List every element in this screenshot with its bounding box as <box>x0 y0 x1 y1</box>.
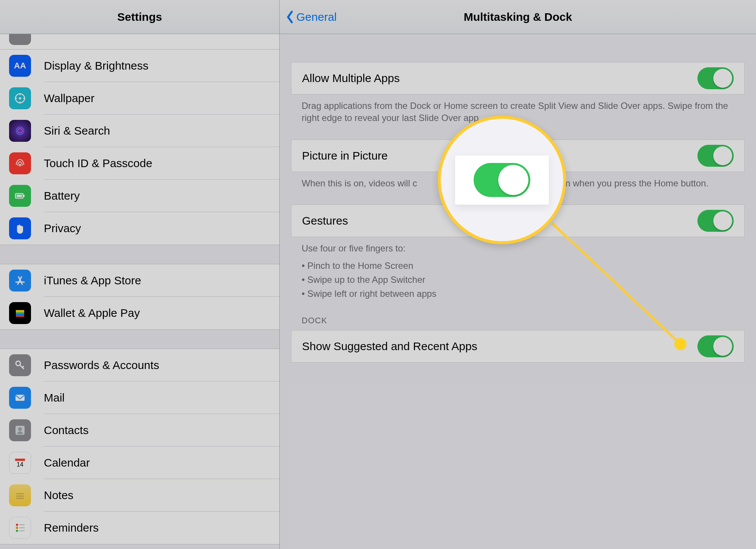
sidebar-header: Settings <box>0 0 279 34</box>
callout-toggle <box>474 163 530 197</box>
sidebar-item-label: Notes <box>44 489 73 502</box>
svg-point-30 <box>16 524 18 526</box>
detail-header: General Multitasking & Dock <box>280 0 756 34</box>
svg-point-32 <box>16 530 18 532</box>
reminders-icon <box>9 517 31 539</box>
sidebar-item-passwords[interactable]: Passwords & Accounts <box>0 349 279 382</box>
gestures-bullets: Pinch to the Home Screen Swipe up to the… <box>291 255 745 301</box>
allow-multiple-title: Allow Multiple Apps <box>302 72 400 85</box>
sidebar-item-battery[interactable]: Battery <box>0 180 279 212</box>
svg-rect-9 <box>23 195 25 197</box>
svg-point-7 <box>18 129 22 133</box>
battery-icon <box>9 185 31 207</box>
key-icon <box>9 354 31 376</box>
svg-line-21 <box>22 366 24 368</box>
sidebar-item-contacts[interactable]: Contacts <box>0 414 279 447</box>
svg-rect-15 <box>16 310 24 312</box>
allow-multiple-toggle[interactable] <box>697 67 734 89</box>
svg-rect-22 <box>15 395 25 401</box>
sidebar-item-siri[interactable]: Siri & Search <box>0 115 279 147</box>
sidebar-item-label: Display & Brightness <box>44 59 149 72</box>
pip-toggle[interactable] <box>697 145 734 167</box>
sidebar-item-label: Calendar <box>44 456 90 469</box>
generic-icon <box>9 34 31 45</box>
callout-magnifier <box>438 116 566 244</box>
sidebar-item-privacy[interactable]: Privacy <box>0 212 279 245</box>
svg-point-24 <box>18 427 22 431</box>
detail-pane: General Multitasking & Dock Allow Multip… <box>280 0 756 549</box>
sidebar-item-touchid[interactable]: Touch ID & Passcode <box>0 147 279 180</box>
fingerprint-icon <box>9 152 31 174</box>
display-icon: AA <box>9 55 31 77</box>
dock-section-label: DOCK <box>291 301 745 330</box>
sidebar-item-wallpaper[interactable]: Wallpaper <box>0 82 279 115</box>
siri-icon <box>9 120 31 142</box>
gestures-bullet: Swipe left or right between apps <box>302 287 734 301</box>
back-button[interactable]: General <box>286 0 337 34</box>
suggested-toggle[interactable] <box>697 335 734 357</box>
sidebar-item-calendar[interactable]: 14 Calendar <box>0 447 279 479</box>
sidebar-item-label: Passwords & Accounts <box>44 359 159 372</box>
svg-rect-17 <box>16 314 24 315</box>
calendar-icon: 14 <box>9 452 31 474</box>
gestures-bullet: Swipe up to the App Switcher <box>302 273 734 287</box>
detail-title: Multitasking & Dock <box>464 11 572 23</box>
sidebar-item-label: iTunes & App Store <box>44 274 141 287</box>
sidebar-item-label: Mail <box>44 391 65 404</box>
sidebar-item-cutoff[interactable] <box>0 34 279 49</box>
notes-icon <box>9 484 31 506</box>
hand-icon <box>9 217 31 239</box>
svg-rect-16 <box>16 312 24 314</box>
wallet-icon <box>9 302 31 324</box>
svg-point-1 <box>19 97 21 99</box>
allow-multiple-group: Allow Multiple Apps <box>291 62 745 95</box>
sidebar-item-label: Siri & Search <box>44 124 110 137</box>
sidebar-item-label: Battery <box>44 189 80 202</box>
suggested-group: Show Suggested and Recent Apps <box>291 330 745 363</box>
sidebar-item-label: Wallpaper <box>44 92 94 105</box>
sidebar-item-appstore[interactable]: iTunes & App Store <box>0 264 279 297</box>
svg-rect-25 <box>15 459 25 461</box>
gestures-title: Gestures <box>302 214 348 227</box>
sidebar-item-reminders[interactable]: Reminders <box>0 512 279 544</box>
sidebar-item-display[interactable]: AA Display & Brightness <box>0 50 279 82</box>
back-label: General <box>296 11 337 23</box>
sidebar-item-label: Wallet & Apple Pay <box>44 307 140 319</box>
gestures-bullet: Pinch to the Home Screen <box>302 259 734 273</box>
appstore-icon <box>9 270 31 292</box>
svg-text:14: 14 <box>17 461 23 468</box>
svg-rect-10 <box>17 195 22 197</box>
sidebar-item-label: Privacy <box>44 222 81 235</box>
svg-point-31 <box>16 527 18 529</box>
suggested-cell: Show Suggested and Recent Apps <box>291 330 744 362</box>
sidebar-item-label: Contacts <box>44 424 88 437</box>
chevron-left-icon <box>286 10 294 24</box>
settings-sidebar: Settings AA Display & Brightness W <box>0 0 280 549</box>
wallpaper-icon <box>9 87 31 109</box>
sidebar-title: Settings <box>117 11 162 23</box>
sidebar-item-label: Touch ID & Passcode <box>44 157 152 170</box>
gestures-toggle[interactable] <box>697 210 734 232</box>
allow-multiple-cell: Allow Multiple Apps <box>291 62 744 94</box>
sidebar-item-wallet[interactable]: Wallet & Apple Pay <box>0 297 279 329</box>
sidebar-item-label: Reminders <box>44 521 99 534</box>
pip-title: Picture in Picture <box>302 149 388 162</box>
svg-rect-18 <box>16 315 24 317</box>
sidebar-item-mail[interactable]: Mail <box>0 382 279 414</box>
contacts-icon <box>9 419 31 441</box>
suggested-title: Show Suggested and Recent Apps <box>302 340 477 353</box>
mail-icon <box>9 387 31 409</box>
sidebar-item-notes[interactable]: Notes <box>0 479 279 512</box>
